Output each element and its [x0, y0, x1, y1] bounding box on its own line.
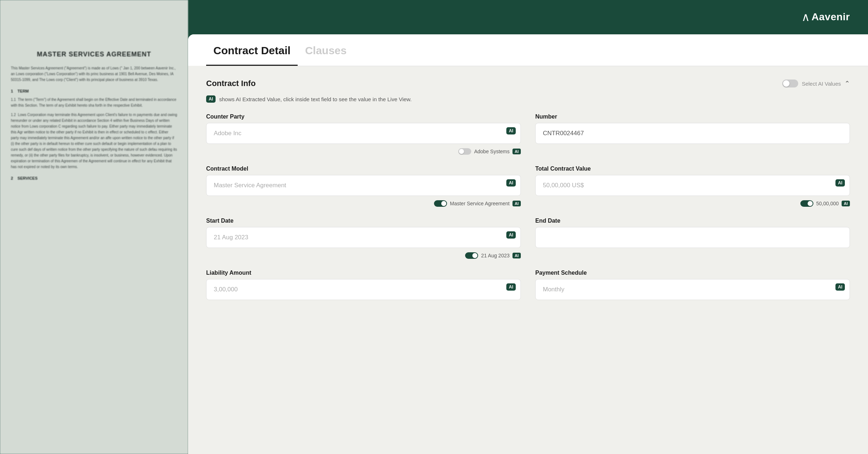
- total-value-input[interactable]: [535, 175, 850, 196]
- payment-schedule-group: Payment Schedule AI: [535, 270, 850, 300]
- counter-party-ai-badge: AI: [506, 127, 516, 134]
- counter-party-suggestion-ai: AI: [512, 149, 521, 154]
- tab-contract-detail[interactable]: Contract Detail: [206, 34, 298, 66]
- total-value-group: Total Contract Value AI 50,00,000 AI: [535, 166, 850, 207]
- contract-model-ai-badge: AI: [506, 179, 516, 187]
- liability-amount-input[interactable]: [206, 279, 521, 300]
- liability-amount-group: Liability Amount AI: [206, 270, 521, 300]
- counter-party-group: Counter Party AI Adobe Systems AI: [206, 113, 521, 155]
- app-logo: ∧ Aavenir: [801, 10, 850, 24]
- payment-schedule-input[interactable]: [535, 279, 850, 300]
- ai-toggle-area: Select AI Values ⌃: [782, 80, 850, 87]
- bg-doc-section-2: 2 SERVICES: [11, 175, 177, 182]
- counter-party-suggestion-text: Adobe Systems: [474, 149, 510, 154]
- start-date-ai-badge: AI: [506, 231, 516, 239]
- total-value-toggle[interactable]: [800, 200, 813, 207]
- bg-doc-para-3: 1.2 Lows Corporation may terminate this …: [11, 112, 177, 170]
- chevron-up-icon[interactable]: ⌃: [844, 80, 850, 87]
- total-value-suggestion-ai: AI: [842, 201, 850, 206]
- tab-clauses[interactable]: Clauses: [298, 34, 354, 66]
- section-header: Contract Info Select AI Values ⌃: [206, 79, 850, 88]
- end-date-wrapper: [535, 227, 850, 248]
- total-value-toggle-thumb: [808, 201, 813, 206]
- ai-toggle-label: Select AI Values: [802, 81, 841, 87]
- bg-doc-section-1: 1 TERM: [11, 88, 177, 95]
- counter-party-toggle-thumb: [459, 149, 464, 154]
- panel-content[interactable]: Contract Info Select AI Values ⌃ AI show…: [188, 66, 868, 454]
- start-date-wrapper: AI: [206, 227, 521, 248]
- payment-schedule-ai-badge: AI: [835, 283, 845, 291]
- contract-model-label: Contract Model: [206, 166, 521, 172]
- start-date-suggestion: 21 Aug 2023 AI: [206, 252, 521, 259]
- liability-amount-wrapper: AI: [206, 279, 521, 300]
- payment-schedule-label: Payment Schedule: [535, 270, 850, 276]
- end-date-label: End Date: [535, 218, 850, 224]
- contract-model-suggestion: Master Service Agreement AI: [206, 200, 521, 207]
- number-group: Number: [535, 113, 850, 155]
- contract-model-wrapper: AI: [206, 175, 521, 196]
- bg-doc-title: MASTER SERVICES AGREEMENT: [11, 51, 177, 58]
- end-date-group: End Date: [535, 218, 850, 259]
- ai-notice: AI shows AI Extracted Value, click insid…: [206, 95, 850, 103]
- ai-notice-text: shows AI Extracted Value, click inside t…: [219, 96, 412, 102]
- contract-model-toggle-thumb: [441, 201, 446, 206]
- contract-model-suggestion-text: Master Service Agreement: [450, 201, 510, 206]
- start-date-label: Start Date: [206, 218, 521, 224]
- counter-party-input[interactable]: [206, 123, 521, 144]
- total-value-suggestion: 50,00,000 AI: [535, 200, 850, 207]
- background-document: MASTER SERVICES AGREEMENT This Master Se…: [0, 0, 188, 454]
- number-input[interactable]: [535, 123, 850, 144]
- tabs-container: Contract Detail Clauses: [188, 34, 868, 66]
- main-panel: Contract Detail Clauses Contract Info Se…: [188, 34, 868, 454]
- bg-doc-para-1: This Master Services Agreement ("Agreeme…: [11, 65, 177, 83]
- ai-toggle[interactable]: [782, 80, 798, 87]
- total-value-label: Total Contract Value: [535, 166, 850, 172]
- liability-amount-label: Liability Amount: [206, 270, 521, 276]
- logo-icon: ∧: [801, 10, 810, 24]
- start-date-suggestion-text: 21 Aug 2023: [481, 253, 510, 258]
- total-value-suggestion-text: 50,00,000: [816, 201, 839, 206]
- contract-model-input[interactable]: [206, 175, 521, 196]
- start-date-toggle[interactable]: [465, 252, 478, 259]
- total-value-wrapper: AI: [535, 175, 850, 196]
- ai-toggle-thumb: [783, 80, 790, 87]
- ai-badge-notice: AI: [206, 95, 216, 103]
- start-date-toggle-thumb: [472, 253, 477, 258]
- start-date-input[interactable]: [206, 227, 521, 248]
- bg-doc-para-2: 1.1 The term ("Term") of the Agreement s…: [11, 97, 177, 108]
- liability-amount-ai-badge: AI: [506, 283, 516, 291]
- section-title: Contract Info: [206, 79, 256, 88]
- contract-model-group: Contract Model AI Master Service Agreeme…: [206, 166, 521, 207]
- counter-party-toggle[interactable]: [458, 148, 471, 155]
- payment-schedule-wrapper: AI: [535, 279, 850, 300]
- contract-model-toggle[interactable]: [434, 200, 447, 207]
- logo-text: Aavenir: [812, 11, 850, 23]
- start-date-group: Start Date AI 21 Aug 2023 AI: [206, 218, 521, 259]
- counter-party-label: Counter Party: [206, 113, 521, 120]
- contract-model-suggestion-ai: AI: [512, 201, 521, 206]
- start-date-suggestion-ai: AI: [512, 253, 521, 258]
- number-label: Number: [535, 113, 850, 120]
- number-wrapper: [535, 123, 850, 144]
- form-grid: Counter Party AI Adobe Systems AI Number: [206, 113, 850, 300]
- counter-party-wrapper: AI: [206, 123, 521, 144]
- total-value-ai-badge: AI: [835, 179, 845, 187]
- end-date-input[interactable]: [535, 227, 850, 248]
- counter-party-suggestion: Adobe Systems AI: [206, 148, 521, 155]
